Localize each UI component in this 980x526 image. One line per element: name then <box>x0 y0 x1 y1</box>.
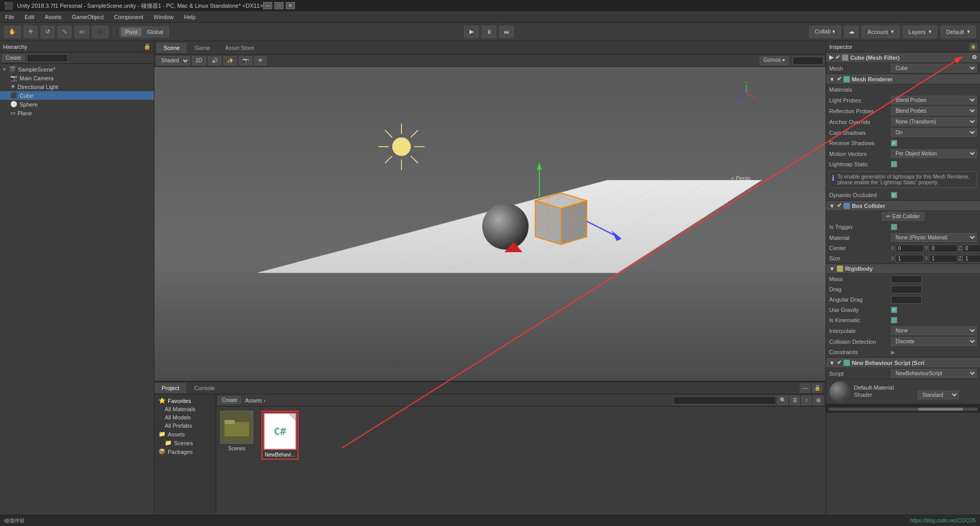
inspector-scrollbar[interactable] <box>826 405 980 413</box>
asset-item-newbehaviour[interactable]: C# NewBehavi... <box>261 411 299 460</box>
light-probes-dropdown[interactable]: Blend Probes <box>891 96 977 104</box>
minimize-button[interactable]: — <box>263 2 272 9</box>
sort-button[interactable]: ↕ <box>801 396 812 405</box>
script-dropdown[interactable]: NewBehaviourScript <box>891 369 977 378</box>
project-search-input[interactable] <box>673 396 776 405</box>
hierarchy-item-plane[interactable]: ▭ Plane <box>0 109 154 117</box>
sidebar-item-scenes[interactable]: 📁 Scenes <box>156 439 214 447</box>
effects-button[interactable]: ✨ <box>223 56 237 65</box>
mesh-filter-header[interactable]: ▶ ✔ Cube (Mesh Filter) ⚙ <box>826 52 980 63</box>
shader-dropdown[interactable]: Standard <box>918 391 959 399</box>
audio-button[interactable]: 🔊 <box>208 56 221 65</box>
project-lock-button[interactable]: 🔒 <box>812 383 822 393</box>
account-button[interactable]: Account ▾ <box>862 26 900 38</box>
center-y-input[interactable] <box>929 244 957 252</box>
box-collider-header[interactable]: ▼ ✔ Box Collider <box>826 201 980 211</box>
inspector-lock-button[interactable]: 🔒 <box>970 43 977 50</box>
center-x-input[interactable] <box>896 244 924 252</box>
size-x-input[interactable] <box>896 255 924 262</box>
menu-file[interactable]: File <box>3 13 16 21</box>
gizmos-button[interactable]: Gizmos ▾ <box>760 56 789 65</box>
tab-project[interactable]: Project <box>154 383 187 393</box>
is-kinematic-checkbox[interactable] <box>891 317 897 323</box>
2d-button[interactable]: 2D <box>192 56 206 65</box>
rotate-tool[interactable]: ↺ <box>41 26 55 38</box>
angular-drag-input[interactable]: 0.05 <box>891 296 922 304</box>
is-trigger-checkbox[interactable] <box>891 224 897 230</box>
edit-collider-button[interactable]: ✏ Edit Collider <box>882 212 925 221</box>
project-minimize-button[interactable]: — <box>800 383 810 393</box>
cast-shadows-dropdown[interactable]: On <box>891 128 977 137</box>
menu-gameobject[interactable]: GameObject <box>70 13 106 21</box>
global-button[interactable]: Global <box>143 28 167 36</box>
tab-game[interactable]: Game <box>187 43 218 53</box>
sidebar-item-assets[interactable]: 📁 Assets <box>156 430 214 439</box>
use-gravity-checkbox[interactable] <box>891 307 897 313</box>
reflection-probes-dropdown[interactable]: Blend Probes <box>891 107 977 115</box>
transform-tool[interactable]: ⬛ <box>92 26 109 38</box>
scale-tool[interactable]: ⤡ <box>58 26 72 38</box>
sidebar-item-all-models[interactable]: All Models <box>156 413 214 422</box>
mesh-dropdown[interactable]: Cube <box>891 64 977 73</box>
move-tool[interactable]: ✛ <box>24 26 38 38</box>
render-button[interactable]: 📷 <box>239 56 252 65</box>
maximize-button[interactable]: □ <box>274 2 284 9</box>
rect-tool[interactable]: ▭ <box>75 26 89 38</box>
sidebar-item-favorites[interactable]: ⭐ Favorites <box>156 396 214 405</box>
collision-detection-dropdown[interactable]: Discrete <box>891 337 977 346</box>
menu-help[interactable]: Help <box>182 13 198 21</box>
tab-asset-store[interactable]: Asset Store <box>218 43 262 53</box>
hierarchy-item-directional-light[interactable]: ☀ Directional Light <box>0 82 154 91</box>
menu-window[interactable]: Window <box>151 13 176 21</box>
hierarchy-create-button[interactable]: Create <box>2 54 25 62</box>
menu-edit[interactable]: Edit <box>23 13 37 21</box>
mesh-renderer-header[interactable]: ▼ ✔ Mesh Renderer <box>826 74 980 84</box>
script-header[interactable]: ▼ ✔ New Behaviour Script (Scri <box>826 358 980 368</box>
pivot-button[interactable]: Pivot <box>121 28 142 36</box>
menu-assets[interactable]: Assets <box>43 13 64 21</box>
hierarchy-item-sphere[interactable]: ⚪ Sphere <box>0 100 154 109</box>
grid-view-button[interactable]: ⊞ <box>813 396 824 405</box>
receive-shadows-checkbox[interactable] <box>891 140 897 146</box>
close-button[interactable]: ✕ <box>286 2 295 9</box>
size-z-input[interactable] <box>962 255 980 262</box>
layout-button[interactable]: Default ▾ <box>940 26 976 38</box>
lightmap-static-checkbox[interactable] <box>891 161 897 167</box>
project-create-button[interactable]: Create <box>218 396 241 404</box>
scene-view[interactable]: < Persp Y X Z <box>154 67 826 381</box>
hierarchy-item-cube[interactable]: ⬛ Cube <box>0 91 154 100</box>
anchor-override-dropdown[interactable]: None (Transform) <box>891 117 977 126</box>
hand-tool[interactable]: ✋ <box>4 26 21 38</box>
mesh-filter-settings-icon[interactable]: ⚙ <box>972 54 977 61</box>
collab-button[interactable]: Collab ▾ <box>809 26 841 38</box>
hierarchy-item-samplescene[interactable]: ▼ 🎬 SampleScene* <box>0 65 154 74</box>
scroll-thumb[interactable] <box>918 408 963 411</box>
pause-button[interactable]: ⏸ <box>482 26 496 38</box>
asset-item-scenes[interactable]: Scenes <box>220 411 253 451</box>
play-button[interactable]: ▶ <box>464 26 479 38</box>
filter-button[interactable]: ☰ <box>790 396 800 405</box>
mass-input[interactable]: 1 <box>891 275 922 283</box>
shading-dropdown[interactable]: Shaded <box>156 56 190 65</box>
step-button[interactable]: ⏭ <box>499 26 514 38</box>
sidebar-item-all-materials[interactable]: All Materials <box>156 405 214 413</box>
rigidbody-header[interactable]: ▼ Rigidbody <box>826 264 980 274</box>
sidebar-item-all-prefabs[interactable]: All Prefabs <box>156 422 214 430</box>
dynamic-occluded-checkbox[interactable] <box>891 192 897 198</box>
tab-console[interactable]: Console <box>187 383 222 393</box>
hierarchy-item-main-camera[interactable]: 📷 Main Camera <box>0 74 154 82</box>
scene-search-input[interactable] <box>793 57 824 65</box>
search-icon-button[interactable]: 🔍 <box>778 396 788 405</box>
layers-button[interactable]: Layers ▾ <box>903 26 937 38</box>
motion-vectors-dropdown[interactable]: Per Object Motion <box>891 149 977 158</box>
cloud-button[interactable]: ☁ <box>844 26 859 38</box>
size-y-input[interactable] <box>929 255 957 262</box>
tab-scene[interactable]: Scene <box>156 43 187 53</box>
hide-button[interactable]: 👁 <box>254 56 267 65</box>
hierarchy-search-input[interactable] <box>27 54 68 62</box>
interpolate-dropdown[interactable]: None <box>891 326 977 335</box>
sidebar-item-packages[interactable]: 📦 Packages <box>156 447 214 456</box>
drag-input[interactable]: 0 <box>891 286 922 293</box>
menu-component[interactable]: Component <box>112 13 145 21</box>
collider-material-dropdown[interactable]: None (Physic Material) <box>891 233 977 242</box>
